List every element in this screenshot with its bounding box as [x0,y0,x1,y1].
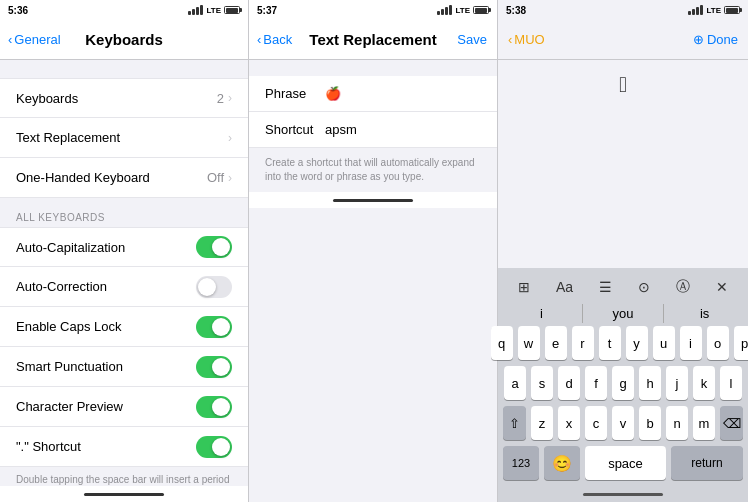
panel3-content:  [498,60,748,268]
done-button[interactable]: ⊕ Done [693,32,738,47]
camera-icon[interactable]: ⊙ [632,277,656,297]
prediction-item-1[interactable]: you [583,304,665,323]
key-p[interactable]: p [734,326,749,360]
shortcut-row: Shortcut apsm [249,112,497,148]
status-bar-3: 5:38 LTE [498,0,748,20]
circle-a-icon[interactable]: Ⓐ [670,276,696,298]
battery-icon-2 [473,6,489,14]
status-right-3: LTE [688,5,740,15]
delete-key[interactable]: ⌫ [720,406,743,440]
status-right-1: LTE [188,5,240,15]
key-e[interactable]: e [545,326,567,360]
key-h[interactable]: h [639,366,661,400]
key-g[interactable]: g [612,366,634,400]
keyboard-bottom-row: 123 😊 space return [501,446,745,482]
toggle-caps-lock[interactable] [196,316,232,338]
panel-keyboards: 5:36 LTE ‹ General Keyboards Keyboards [0,0,249,502]
nav-bar-1: ‹ General Keyboards [0,20,248,60]
list-item-auto-correct[interactable]: Auto-Correction [0,267,248,307]
key-o[interactable]: o [707,326,729,360]
nav-bar-2: ‹ Back Text Replacement Save [249,20,497,60]
lte-icon-3: LTE [706,6,721,15]
battery-icon-1 [224,6,240,14]
key-x[interactable]: x [558,406,580,440]
key-n[interactable]: n [666,406,688,440]
list-item-keyboards-label: Keyboards [16,91,217,106]
status-time-3: 5:38 [506,5,526,16]
numbers-key[interactable]: 123 [503,446,539,480]
prediction-item-0[interactable]: i [501,304,583,323]
toggle-auto-cap[interactable] [196,236,232,258]
key-d[interactable]: d [558,366,580,400]
emoji-key[interactable]: 😊 [544,446,580,480]
signal-icon-2 [437,5,452,15]
toggle-shortcut[interactable] [196,436,232,458]
key-u[interactable]: u [653,326,675,360]
key-v[interactable]: v [612,406,634,440]
muo-back-button[interactable]: ‹ MUO [508,32,545,47]
return-key[interactable]: return [671,446,743,480]
toggle-auto-correct[interactable] [196,276,232,298]
key-b[interactable]: b [639,406,661,440]
chevron-icon-text: › [228,131,232,145]
home-bar-3 [583,493,663,496]
key-r[interactable]: r [572,326,594,360]
shortcut-row-value[interactable]: apsm [325,122,481,137]
home-bar-1 [84,493,164,496]
char-preview-label: Character Preview [16,399,196,414]
kb-row-3: ⇧ z x c v b n m ⌫ [503,406,743,440]
list-item-caps-lock[interactable]: Enable Caps Lock [0,307,248,347]
chevron-icon-one-handed: › [228,171,232,185]
section-list-1: Keyboards 2 › Text Replacement › One-Han… [0,60,248,486]
apple-logo-icon:  [619,72,627,98]
keyboard[interactable]: ⊞ Aa ☰ ⊙ Ⓐ ✕ i you is q w e r t y u i o [498,268,748,486]
key-a[interactable]: a [504,366,526,400]
phrase-row-value[interactable]: 🍎 [325,86,481,101]
key-s[interactable]: s [531,366,553,400]
panel-muo: 5:38 LTE ‹ MUO ⊕ Done  [498,0,748,502]
list-item-keyboards[interactable]: Keyboards 2 › [0,78,248,118]
space-key[interactable]: space [585,446,666,480]
key-z[interactable]: z [531,406,553,440]
battery-icon-3 [724,6,740,14]
auto-cap-label: Auto-Capitalization [16,240,196,255]
toggle-char-preview[interactable] [196,396,232,418]
home-indicator-3 [498,486,748,502]
prediction-item-2[interactable]: is [664,304,745,323]
back-button-2[interactable]: ‹ Back [257,32,292,47]
chevron-icon-keyboards: › [228,91,232,105]
list-item-shortcut[interactable]: "." Shortcut [0,427,248,467]
key-j[interactable]: j [666,366,688,400]
close-toolbar-icon[interactable]: ✕ [710,277,734,297]
list-item-smart-punct[interactable]: Smart Punctuation [0,347,248,387]
key-i[interactable]: i [680,326,702,360]
key-w[interactable]: w [518,326,540,360]
key-l[interactable]: l [720,366,742,400]
home-indicator-1 [0,486,248,502]
phrase-helper-text: Create a shortcut that will automaticall… [249,148,497,192]
table-icon[interactable]: ⊞ [512,277,536,297]
toggle-smart-punct[interactable] [196,356,232,378]
key-c[interactable]: c [585,406,607,440]
key-y[interactable]: y [626,326,648,360]
list-icon[interactable]: ☰ [593,277,618,297]
list-item-text-replacement[interactable]: Text Replacement › [0,118,248,158]
list-item-keyboards-value: 2 [217,91,224,106]
key-k[interactable]: k [693,366,715,400]
key-f[interactable]: f [585,366,607,400]
list-item-text-label: Text Replacement [16,130,228,145]
save-button[interactable]: Save [457,32,487,47]
list-group-top: Keyboards 2 › Text Replacement › One-Han… [0,78,248,198]
status-right-2: LTE [437,5,489,15]
back-button-1[interactable]: ‹ General [8,32,61,47]
key-t[interactable]: t [599,326,621,360]
font-icon[interactable]: Aa [550,277,579,297]
list-item-one-handed[interactable]: One-Handed Keyboard Off › [0,158,248,198]
list-item-char-preview[interactable]: Character Preview [0,387,248,427]
shift-key[interactable]: ⇧ [503,406,526,440]
key-q[interactable]: q [491,326,513,360]
status-time-1: 5:36 [8,5,28,16]
list-item-auto-cap[interactable]: Auto-Capitalization [0,227,248,267]
key-m[interactable]: m [693,406,715,440]
smart-punct-label: Smart Punctuation [16,359,196,374]
